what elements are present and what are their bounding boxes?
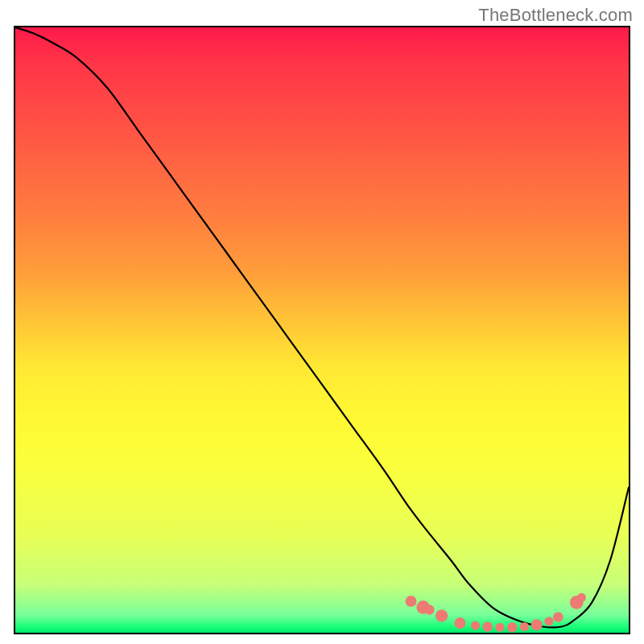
curve-marker: [520, 622, 529, 631]
bottleneck-curve-line: [15, 27, 629, 627]
curve-marker: [507, 622, 518, 633]
chart-svg: [15, 27, 629, 633]
watermark-text: TheBottleneck.com: [478, 5, 633, 26]
curve-marker: [482, 621, 493, 632]
curve-marker: [553, 612, 564, 622]
curve-marker: [531, 619, 543, 630]
curve-marker: [544, 617, 553, 625]
chart-plot-area: [14, 26, 630, 634]
curve-marker: [424, 605, 435, 615]
curve-marker: [577, 593, 586, 602]
curve-marker: [454, 617, 465, 629]
curve-marker: [406, 596, 417, 607]
curve-marker: [471, 621, 480, 630]
curve-marker: [436, 609, 448, 621]
curve-marker: [495, 623, 504, 632]
